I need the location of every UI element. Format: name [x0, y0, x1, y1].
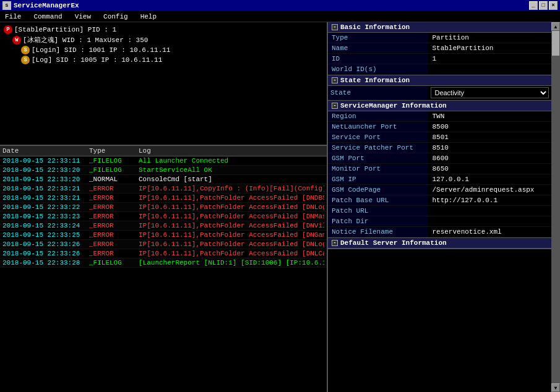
prop-val: reservenotice.xml — [428, 227, 551, 237]
log-row[interactable]: 2018-09-15 22:33:26 _ERROR IP[10.6.11.11… — [0, 240, 327, 249]
sm-info-row: Service Patcher Port8510 — [328, 143, 551, 153]
tree-item-text: [StablePartition] PID : 1 — [14, 26, 116, 33]
minimize-button[interactable]: _ — [529, 1, 538, 10]
prop-val — [428, 206, 551, 216]
sm-info-row: GSM IP127.0.0.1 — [328, 174, 551, 185]
log-row[interactable]: 2018-09-15 22:33:21 _ERROR IP[10.6.11.11… — [0, 194, 327, 203]
prop-val: 8500 — [428, 122, 551, 132]
log-cell-type: _FILELOG — [89, 166, 139, 174]
sm-info-title: ServiceManager Information — [340, 102, 447, 109]
log-row[interactable]: 2018-09-15 22:33:26 _ERROR IP[10.6.11.11… — [0, 249, 327, 258]
sm-info-row: RegionTWN — [328, 111, 551, 122]
menu-help[interactable]: Help — [138, 13, 159, 20]
log-cell-type: _ERROR — [89, 185, 139, 192]
prop-val: 8501 — [428, 132, 551, 143]
sm-info-row: Patch Base URLhttp://127.0.0.1 — [328, 195, 551, 206]
log-row[interactable]: 2018-09-15 22:33:20 _NORMAL ConsoleCmd [… — [0, 175, 327, 184]
maximize-button[interactable]: □ — [539, 1, 548, 10]
close-button[interactable]: × — [549, 1, 558, 10]
log-rows[interactable]: 2018-09-15 22:33:11 _FILELOG All Launche… — [0, 156, 327, 389]
prop-key: Service Port — [328, 132, 428, 143]
prop-key: GSM CodePage — [328, 185, 428, 195]
default-server-collapse-icon[interactable]: - — [332, 240, 338, 246]
log-col-date-header: Date — [2, 147, 89, 155]
app-title: ServiceManagerEx — [14, 2, 79, 9]
tree-item-text: [冰箱之魂] WID : 1 MaxUser : 350 — [23, 35, 148, 45]
prop-key: Region — [328, 111, 428, 122]
scroll-thumb[interactable] — [552, 31, 559, 56]
prop-val: Partition — [428, 33, 551, 43]
app-icon: S — [2, 1, 11, 10]
log-cell-log: IP[10.6.11.11],PatchFolder AccessFailed … — [139, 213, 324, 220]
prop-key: Notice Filename — [328, 227, 428, 237]
log-row[interactable]: 2018-09-15 22:33:25 _ERROR IP[10.6.11.11… — [0, 231, 327, 240]
log-cell-log: IP[10.6.11.11],PatchFolder AccessFailed … — [139, 250, 324, 257]
log-cell-date: 2018-09-15 22:33:11 — [2, 157, 89, 164]
servicemanager-info-header: - ServiceManager Information — [328, 101, 551, 111]
log-cell-date: 2018-09-15 22:33:21 — [2, 194, 89, 202]
prop-key: NetLauncher Port — [328, 122, 428, 132]
log-col-type-header: Type — [89, 147, 139, 155]
menu-view[interactable]: View — [72, 13, 93, 20]
log-cell-date: 2018-09-15 22:33:20 — [2, 176, 89, 183]
tree-panel: P[StablePartition] PID : 1W[冰箱之魂] WID : … — [0, 22, 327, 146]
right-scrollbar[interactable]: ▲ ▼ — [551, 22, 560, 392]
log-cell-date: 2018-09-15 22:33:25 — [2, 231, 89, 239]
log-row[interactable]: 2018-09-15 22:33:11 _FILELOG All Launche… — [0, 156, 327, 166]
log-row[interactable]: 2018-09-15 22:33:24 _ERROR IP[10.6.11.11… — [0, 221, 327, 231]
tree-badge: W — [12, 36, 21, 45]
log-cell-log: StartServiceAll OK — [139, 166, 324, 174]
log-row[interactable]: 2018-09-15 22:33:28 _FILELOG [LauncherRe… — [0, 258, 327, 268]
menu-bar: File Command View Config Help — [0, 11, 560, 22]
menu-config[interactable]: Config — [101, 13, 131, 20]
prop-val: 127.0.0.1 — [428, 174, 551, 185]
basic-info-collapse-icon[interactable]: - — [332, 24, 338, 30]
tree-badge: S — [21, 46, 30, 54]
basic-info-header: - Basic Information — [328, 22, 551, 33]
prop-key: GSM Port — [328, 153, 428, 164]
tree-item-text: [Login] SID : 1001 IP : 10.6.11.11 — [32, 46, 170, 54]
right-pane: - Basic Information TypePartitionNameSta… — [328, 22, 560, 392]
prop-val: 8600 — [428, 153, 551, 164]
prop-val: TWN — [428, 111, 551, 122]
log-cell-type: _ERROR — [89, 222, 139, 229]
prop-key: ID — [328, 54, 428, 64]
state-info-title: State Information — [340, 77, 410, 84]
prop-key: World ID(s) — [328, 64, 428, 75]
prop-key: Patch Base URL — [328, 195, 428, 206]
menu-file[interactable]: File — [2, 13, 24, 20]
prop-key: Patch Dir — [328, 216, 428, 227]
tree-item-text: [Log] SID : 1005 IP : 10.6.11.11 — [32, 56, 162, 64]
log-cell-type: _ERROR — [89, 231, 139, 239]
sm-info-row: Service Port8501 — [328, 132, 551, 143]
tree-badge: P — [4, 25, 12, 34]
scroll-down-button[interactable]: ▼ — [551, 383, 560, 392]
state-info-section: - State Information State DeactivityActi… — [328, 75, 551, 101]
sm-info-row: NetLauncher Port8500 — [328, 122, 551, 132]
default-server-header: - Default Server Information — [328, 238, 551, 249]
state-dropdown[interactable]: DeactivityActiveInactive — [431, 87, 549, 98]
log-cell-log: [LauncherReport [NLID:1] [SID:1006] [IP:… — [139, 259, 324, 266]
menu-command[interactable]: Command — [31, 13, 64, 20]
log-row[interactable]: 2018-09-15 22:33:21 _ERROR IP[10.6.11.11… — [0, 184, 327, 194]
sm-info-row: Patch URL — [328, 206, 551, 216]
log-cell-type: _NORMAL — [89, 176, 139, 183]
sm-info-table: RegionTWNNetLauncher Port8500Service Por… — [328, 111, 551, 237]
log-cell-log: IP[10.6.11.11],PatchFolder AccessFailed … — [139, 222, 324, 229]
tree-item[interactable]: P[StablePartition] PID : 1 — [2, 25, 324, 35]
tree-item[interactable]: W[冰箱之魂] WID : 1 MaxUser : 350 — [2, 35, 324, 45]
tree-item[interactable]: S[Log] SID : 1005 IP : 10.6.11.11 — [2, 55, 324, 65]
sm-info-collapse-icon[interactable]: - — [332, 103, 338, 109]
log-row[interactable]: 2018-09-15 22:33:20 _FILELOG StartServic… — [0, 166, 327, 175]
log-row[interactable]: 2018-09-15 22:33:23 _ERROR IP[10.6.11.11… — [0, 212, 327, 221]
tree-item[interactable]: S[Login] SID : 1001 IP : 10.6.11.11 — [2, 45, 324, 55]
state-val-cell: DeactivityActiveInactive — [428, 86, 551, 100]
basic-info-row: NameStablePartition — [328, 43, 551, 54]
log-cell-date: 2018-09-15 22:33:26 — [2, 250, 89, 257]
state-info-collapse-icon[interactable]: - — [332, 77, 338, 83]
prop-val: 1 — [428, 54, 551, 64]
scroll-up-button[interactable]: ▲ — [551, 22, 560, 31]
state-row: State DeactivityActiveInactive — [328, 86, 551, 100]
title-bar: S ServiceManagerEx _ □ × — [0, 0, 560, 11]
log-row[interactable]: 2018-09-15 22:33:22 _ERROR IP[10.6.11.11… — [0, 203, 327, 212]
